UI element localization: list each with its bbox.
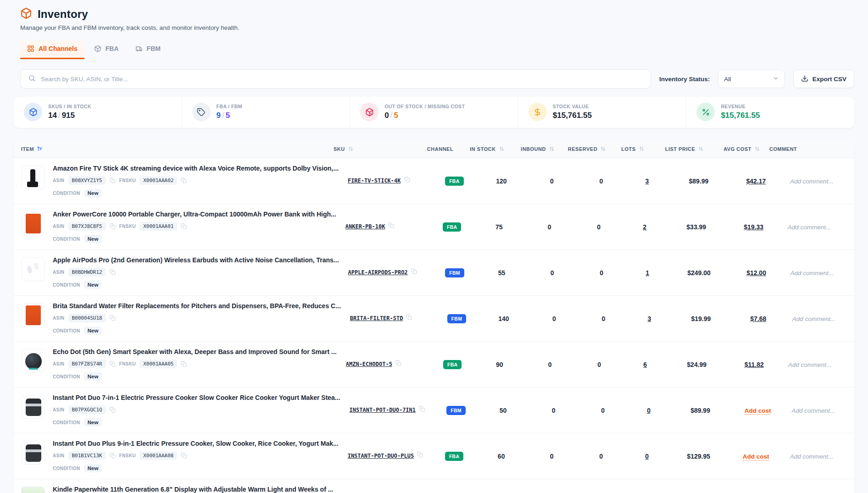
- condition-label: CONDITION: [53, 466, 80, 471]
- column-header-avg-cost[interactable]: AVG COST: [714, 146, 769, 152]
- copy-icon[interactable]: [181, 223, 187, 229]
- comment-input[interactable]: Add comment...: [792, 407, 835, 414]
- inbound-value: 0: [529, 315, 579, 322]
- column-header-inbound[interactable]: INBOUND: [512, 146, 563, 152]
- sku-link[interactable]: AMZN-ECHODOT-5: [346, 360, 392, 369]
- condition-value: New: [84, 327, 102, 335]
- reserved-value: 0: [577, 177, 625, 185]
- copy-icon[interactable]: [388, 222, 394, 228]
- copy-icon[interactable]: [110, 315, 116, 321]
- fnsku-label: FNSKU: [119, 178, 136, 183]
- grid-icon: [27, 45, 34, 52]
- stat-label: STOCK VALUE: [553, 104, 592, 109]
- product-image: [21, 441, 45, 465]
- sku-link[interactable]: INSTANT-POT-DUO-PLUS: [348, 452, 414, 460]
- inventory-page: Inventory Manage your FBA and FBM invent…: [0, 0, 868, 493]
- avg-cost-link[interactable]: Add cost: [745, 407, 771, 415]
- column-header-item[interactable]: ITEM: [14, 146, 334, 152]
- lots-link[interactable]: 3: [647, 315, 651, 322]
- avg-cost-link[interactable]: $7.68: [750, 315, 766, 322]
- search-input[interactable]: [41, 76, 643, 83]
- list-price-value: $129.95: [669, 453, 729, 460]
- column-label: IN STOCK: [470, 146, 495, 152]
- sort-icon: [549, 146, 555, 152]
- channel-badge: FBA: [443, 222, 461, 232]
- table-row: Instant Pot Duo Plus 9-in-1 Electric Pre…: [14, 433, 854, 479]
- product-title: Kindle Paperwhite 11th Generation 6.8" D…: [53, 486, 342, 493]
- inbound-value: 0: [524, 223, 575, 231]
- column-header-lots[interactable]: LOTS: [611, 146, 655, 152]
- avg-cost-link[interactable]: $19.33: [744, 223, 763, 231]
- comment-input[interactable]: Add comment...: [792, 316, 836, 322]
- lots-link[interactable]: 2: [643, 223, 646, 231]
- lots-link[interactable]: 1: [645, 269, 649, 277]
- export-csv-button[interactable]: Export CSV: [793, 70, 854, 88]
- comment-input[interactable]: Add comment...: [790, 178, 834, 185]
- avg-cost-link[interactable]: $42.17: [746, 177, 766, 185]
- lots-link[interactable]: 6: [643, 361, 647, 368]
- search-box[interactable]: [20, 69, 651, 89]
- lots-link[interactable]: 0: [647, 407, 651, 414]
- copy-icon[interactable]: [181, 177, 187, 183]
- comment-input[interactable]: Add comment...: [788, 361, 832, 368]
- stat-label: SKUS / IN STOCK: [48, 104, 91, 109]
- copy-icon[interactable]: [404, 177, 410, 183]
- asin-label: ASIN: [53, 178, 65, 183]
- stat-card-revenue: REVENUE$15,761.55: [686, 97, 854, 128]
- copy-icon[interactable]: [110, 453, 116, 459]
- stat-value: $15,761.55: [721, 111, 760, 120]
- condition-value: New: [84, 418, 102, 427]
- inventory-status-select[interactable]: All: [718, 70, 785, 88]
- sku-link[interactable]: BRITA-FILTER-STD: [350, 314, 403, 323]
- column-header-sku[interactable]: SKU: [334, 146, 418, 152]
- sku-link[interactable]: ANKER-PB-10K: [345, 222, 385, 231]
- page-subtitle: Manage your FBA and FBM inventory, track…: [20, 24, 854, 31]
- tab-fba[interactable]: FBA: [87, 40, 126, 59]
- comment-input[interactable]: Add comment...: [788, 224, 831, 231]
- copy-icon[interactable]: [110, 269, 116, 275]
- package-icon: [94, 45, 101, 52]
- condition-value: New: [84, 281, 102, 289]
- chevron-down-icon: [773, 75, 779, 83]
- copy-icon[interactable]: [110, 407, 116, 413]
- copy-icon[interactable]: [411, 268, 417, 274]
- avg-cost-link[interactable]: Add cost: [743, 453, 769, 460]
- in-stock-value: 50: [478, 407, 529, 414]
- copy-icon[interactable]: [110, 361, 116, 367]
- comment-input[interactable]: Add comment...: [790, 453, 834, 460]
- asin-value: B00004SU18: [68, 314, 106, 322]
- product-image: [21, 349, 45, 373]
- copy-icon[interactable]: [181, 361, 187, 367]
- column-label: LOTS: [621, 146, 635, 152]
- avg-cost-link[interactable]: $12.00: [746, 269, 766, 277]
- sku-link[interactable]: INSTANT-POT-DUO-7IN1: [350, 406, 416, 415]
- table-row: Kindle Paperwhite 11th Generation 6.8" D…: [14, 479, 854, 493]
- truck-icon: [135, 45, 143, 52]
- lots-link[interactable]: 0: [645, 453, 649, 460]
- in-stock-value: 60: [476, 453, 527, 460]
- tab-fbm[interactable]: FBM: [128, 40, 167, 59]
- sku-link[interactable]: APPLE-AIRPODS-PRO2: [348, 268, 408, 277]
- copy-icon[interactable]: [110, 223, 116, 229]
- lots-link[interactable]: 3: [645, 177, 649, 185]
- table-body: Amazon Fire TV Stick 4K streaming device…: [14, 158, 854, 493]
- stat-label: REVENUE: [721, 104, 760, 109]
- percent-icon: [696, 103, 715, 121]
- copy-icon[interactable]: [110, 177, 116, 183]
- column-label: AVG COST: [723, 146, 751, 152]
- copy-icon[interactable]: [395, 360, 401, 366]
- tab-all-channels[interactable]: All Channels: [20, 40, 84, 59]
- product-title: Brita Standard Water Filter Replacements…: [53, 302, 350, 310]
- copy-icon[interactable]: [417, 452, 423, 458]
- column-header-list-price[interactable]: LIST PRICE: [655, 146, 714, 152]
- avg-cost-link[interactable]: $11.82: [745, 361, 764, 368]
- column-header-reserved[interactable]: RESERVED: [563, 146, 611, 152]
- copy-icon[interactable]: [406, 314, 412, 320]
- copy-icon[interactable]: [181, 453, 187, 459]
- column-label: CHANNEL: [427, 146, 453, 152]
- column-header-in-stock[interactable]: IN STOCK: [462, 146, 512, 152]
- product-title: Instant Pot Duo Plus 9-in-1 Electric Pre…: [53, 440, 348, 447]
- sku-link[interactable]: FIRE-TV-STICK-4K: [348, 177, 401, 185]
- copy-icon[interactable]: [419, 406, 425, 412]
- comment-input[interactable]: Add comment...: [790, 270, 834, 277]
